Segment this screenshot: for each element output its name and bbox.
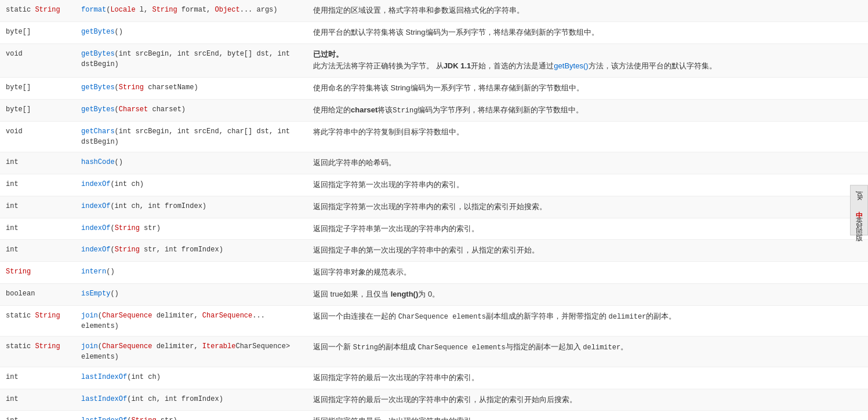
desc-text: 返回指定子串的第一次出现的字符串中的索引，从指定的索引开始。 (313, 246, 539, 254)
desc-cell: 将此字符串中的字符复制到目标字符数组中。 (307, 122, 868, 152)
type-cell: void (0, 43, 75, 78)
method-link[interactable]: getBytes (81, 83, 115, 92)
method-link[interactable]: isEmpty (81, 290, 110, 298)
method-link[interactable]: intern (81, 268, 106, 276)
table-row: intlastIndexOf(int ch)返回指定字符的最后一次出现的字符串中… (0, 367, 868, 389)
code-ref: CharSequence elements (398, 313, 486, 321)
desc-text: 返回字符串对象的规范表示。 (313, 268, 411, 276)
method-link[interactable]: indexOf (81, 202, 110, 210)
method-cell: isEmpty() (75, 283, 307, 305)
code-string: String (393, 107, 417, 115)
desc-text: 返回指定字符的最后一次出现的字符串中的索引。 (313, 373, 479, 382)
desc-cell: 返回一个新 String的副本组成 CharSequence elements与… (307, 336, 868, 367)
method-params: (int ch) (127, 373, 161, 381)
desc-cell: 使用平台的默认字符集将该 String编码为一系列字节，将结果存储到新的字节数组… (307, 21, 868, 43)
table-row: voidgetBytes(int srcBegin, int srcEnd, b… (0, 43, 868, 78)
method-cell: join(CharSequence delimiter, CharSequenc… (75, 305, 307, 336)
table-row: intlastIndexOf(String str)返回指定字符串最后一次出现的… (0, 411, 868, 420)
param-type: CharSequence (202, 312, 252, 320)
method-link[interactable]: format (81, 6, 106, 14)
desc-text: 返回指定字符第一次出现的字符串内的索引。 (313, 180, 464, 189)
method-params: (String str) (110, 224, 160, 232)
method-link[interactable]: indexOf (81, 246, 110, 254)
table-row: intindexOf(String str, int fromIndex)返回指… (0, 240, 868, 262)
method-cell: getBytes(int srcBegin, int srcEnd, byte[… (75, 43, 307, 78)
table-row: byte[]getBytes()使用平台的默认字符集将该 String编码为一系… (0, 21, 868, 43)
method-cell: format(Locale l, String format, Object..… (75, 0, 307, 21)
side-panel-item[interactable]: 对 (853, 215, 865, 220)
method-params: (String str, int fromIndex) (110, 246, 223, 254)
method-cell: getChars(int srcBegin, int srcEnd, char[… (75, 122, 307, 152)
method-link[interactable]: lastIndexOf (81, 373, 127, 381)
method-link[interactable]: getBytes (81, 28, 115, 36)
side-panel-item[interactable]: jdk (853, 189, 865, 202)
desc-cell: 返回指定字符第一次出现的字符串内的索引，以指定的索引开始搜索。 (307, 196, 868, 218)
method-params: (String str) (127, 417, 177, 420)
method-link[interactable]: getBytes (81, 105, 115, 114)
api-table-container: static Stringformat(Locale l, String for… (0, 0, 868, 420)
param-type: Object (215, 6, 239, 14)
type-text: int (6, 180, 19, 188)
side-panel-item[interactable]: 中 (853, 203, 865, 208)
param-type: Iterable (202, 342, 236, 350)
method-cell: intern() (75, 262, 307, 284)
method-params: (String charsetName) (115, 83, 198, 92)
desc-text: 返回指定字符的最后一次出现的字符串中的索引，从指定的索引开始向后搜索。 (313, 395, 577, 404)
table-row: intindexOf(String str)返回指定子字符串第一次出现的字符串内… (0, 218, 868, 240)
method-link[interactable]: indexOf (81, 224, 110, 232)
method-ref-link[interactable]: getBytes() (554, 61, 588, 70)
method-cell: indexOf(String str) (75, 218, 307, 240)
method-cell: getBytes(String charsetName) (75, 78, 307, 100)
desc-text: 返回指定字符第一次出现的字符串内的索引，以指定的索引开始搜索。 (313, 202, 547, 211)
type-cell: static String (0, 0, 75, 21)
type-cell: String (0, 262, 75, 284)
type-cell: byte[] (0, 99, 75, 121)
desc-text: 使用命名的字符集将该 String编码为一系列字节，将结果存储到新的字节数组中。 (313, 83, 584, 92)
method-link[interactable]: join (81, 342, 98, 350)
code-string: String (353, 344, 378, 352)
method-cell: lastIndexOf(int ch, int fromIndex) (75, 389, 307, 411)
type-cell: byte[] (0, 21, 75, 43)
side-panel-item[interactable]: 版 (853, 227, 865, 231)
type-link[interactable]: String (6, 268, 31, 276)
desc-text: 返回一个新 String的副本组成 CharSequence elements与… (313, 342, 628, 351)
desc-cell: 使用给定的charset将该String编码为字节序列，将结果存储到新的字节数组… (307, 99, 868, 121)
type-cell: int (0, 218, 75, 240)
method-params: (int ch, int fromIndex) (110, 202, 206, 210)
method-cell: hashCode() (75, 152, 307, 174)
method-link[interactable]: join (81, 312, 98, 320)
desc-cell: 返回指定字符的最后一次出现的字符串中的索引。 (307, 367, 868, 389)
desc-text: 返回此字符串的哈希码。 (313, 158, 396, 167)
param-type: Locale (110, 6, 135, 14)
method-cell: indexOf(int ch, int fromIndex) (75, 196, 307, 218)
type-static: static (6, 342, 35, 350)
desc-cell: 返回字符串对象的规范表示。 (307, 262, 868, 284)
method-link[interactable]: indexOf (81, 180, 110, 188)
method-link[interactable]: lastIndexOf (81, 395, 127, 403)
method-link[interactable]: lastIndexOf (81, 417, 127, 420)
desc-text: 使用给定的charset将该String编码为字节序列，将结果存储到新的字节数组… (313, 105, 583, 114)
type-text: void (6, 127, 23, 136)
type-cell: boolean (0, 283, 75, 305)
type-cell: static String (0, 305, 75, 336)
type-text: boolean (6, 290, 35, 298)
method-link[interactable]: getChars (81, 127, 115, 136)
param-type: String (152, 6, 177, 14)
desc-cell: 返回指定字符的最后一次出现的字符串中的索引，从指定的索引开始向后搜索。 (307, 389, 868, 411)
type-static: static (6, 6, 35, 14)
type-cell: int (0, 152, 75, 174)
side-panel-item[interactable]: 英 (853, 209, 865, 214)
method-params: () (115, 28, 123, 36)
side-panel-item[interactable]: 照 (853, 221, 865, 225)
type-text: byte[] (6, 105, 31, 114)
type-text: int (6, 246, 19, 254)
method-params: (int ch) (110, 180, 144, 188)
method-link[interactable]: getBytes (81, 50, 115, 58)
type-string: String (35, 312, 60, 320)
type-text: byte[] (6, 83, 31, 92)
type-text: int (6, 395, 19, 403)
table-row: static Stringformat(Locale l, String for… (0, 0, 868, 21)
table-row: intindexOf(int ch, int fromIndex)返回指定字符第… (0, 196, 868, 218)
type-cell: void (0, 122, 75, 152)
method-link[interactable]: hashCode (81, 158, 115, 166)
